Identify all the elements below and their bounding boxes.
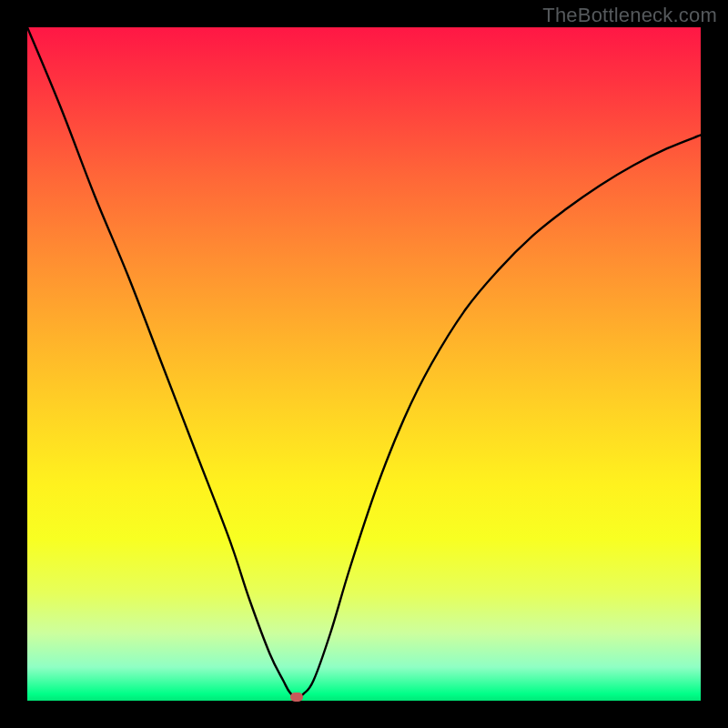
chart-svg — [27, 27, 701, 701]
minimum-marker — [290, 693, 303, 702]
curve-line — [27, 27, 701, 697]
watermark-text: TheBottleneck.com — [542, 4, 717, 27]
plot-area — [27, 27, 701, 701]
